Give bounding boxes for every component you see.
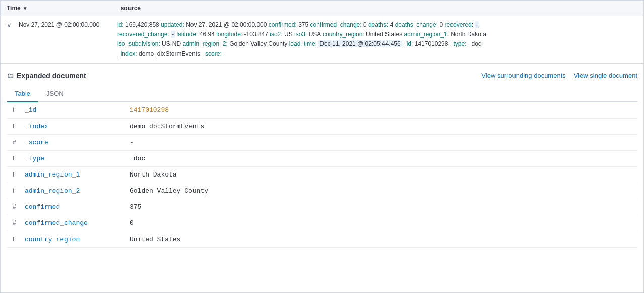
table-row: t_indexdemo_db:StormEvents [7, 118, 637, 134]
field-iso-subdivision-label: iso_subdivision: [117, 40, 162, 47]
table-row: tadmin_region_1North Dakota [7, 166, 637, 183]
field-type-cell: # [7, 199, 23, 215]
field-type-cell: t [7, 166, 23, 183]
field-_index-label: _index: [117, 50, 139, 57]
field-name-cell[interactable]: confirmed_change [23, 215, 123, 231]
folder-icon: 🗂 [7, 72, 14, 80]
data-row: ∨ Nov 27, 2021 @ 02:00:00.000 id: 169,42… [1, 16, 643, 64]
source-column-header: _source [117, 5, 637, 12]
expand-toggle[interactable]: ∨ [7, 20, 17, 29]
field-_type-label: _type: [450, 40, 468, 47]
field-iso3-label: iso3: [294, 31, 309, 38]
field-type-cell: t [7, 183, 23, 199]
expanded-title: 🗂 Expanded document [7, 72, 86, 80]
field-name-cell[interactable]: _type [23, 150, 123, 166]
field-confirmed-change-label: confirmed_change: [310, 21, 363, 28]
field-name-cell[interactable]: _id [23, 102, 123, 119]
field-name-cell[interactable]: _score [23, 134, 123, 150]
table-header: Time ▼ _source [1, 1, 643, 16]
table-row: t_id1417010298 [7, 102, 637, 119]
field-type-cell: # [7, 134, 23, 150]
field-type-cell: # [7, 215, 23, 231]
main-container: Time ▼ _source ∨ Nov 27, 2021 @ 02:00:00… [0, 0, 644, 293]
field-iso2-label: iso2: [270, 31, 284, 38]
field-_id-label: _id: [403, 40, 415, 47]
time-header-label: Time [7, 5, 21, 12]
field-longitude-label: longitude: [216, 31, 244, 38]
field-value-cell: United States [123, 231, 637, 247]
field-confirmed-label: confirmed: [269, 21, 298, 28]
table-row: tadmin_region_2Golden Valley County [7, 183, 637, 199]
field-deaths-change-label: deaths_change: [395, 21, 440, 28]
field-admin1-label: admin_region_1: [404, 31, 450, 38]
field-recovered-change-label: recovered_change: [117, 31, 171, 38]
table-row: tcountry_regionUnited States [7, 231, 637, 247]
field-deaths-label: deaths: [368, 21, 390, 28]
field-name-cell[interactable]: admin_region_1 [23, 166, 123, 183]
table-row: #confirmed375 [7, 199, 637, 215]
field-load-time-label: load_time: [289, 40, 319, 47]
field-_score-label: _score: [202, 50, 223, 57]
field-id-label: id: [117, 21, 125, 28]
field-value-cell: 1417010298 [123, 102, 637, 119]
field-updated-label: updated: [161, 21, 186, 28]
expanded-links: View surrounding documents View single d… [481, 72, 637, 79]
field-value-cell: _doc [123, 150, 637, 166]
field-type-cell: t [7, 231, 23, 247]
table-row: #confirmed_change0 [7, 215, 637, 231]
table-row: #_score- [7, 134, 637, 150]
field-name-cell[interactable]: _index [23, 118, 123, 134]
field-value-cell: Golden Valley County [123, 183, 637, 199]
source-cell: id: 169,420,858 updated: Nov 27, 2021 @ … [117, 20, 637, 59]
field-type-cell: t [7, 150, 23, 166]
expanded-header: 🗂 Expanded document View surrounding doc… [7, 72, 637, 80]
field-name-cell[interactable]: confirmed [23, 199, 123, 215]
field-value-cell: North Dakota [123, 166, 637, 183]
field-value-cell: demo_db:StormEvents [123, 118, 637, 134]
expanded-section: 🗂 Expanded document View surrounding doc… [1, 64, 643, 248]
field-name-cell[interactable]: country_region [23, 231, 123, 247]
tab-table[interactable]: Table [7, 86, 38, 102]
field-name-cell[interactable]: admin_region_2 [23, 183, 123, 199]
field-value-cell: 0 [123, 215, 637, 231]
field-type-cell: t [7, 102, 23, 119]
expanded-title-label: Expanded document [17, 72, 86, 80]
field-admin2-label: admin_region_2: [182, 40, 229, 47]
table-row: t_type_doc [7, 150, 637, 166]
time-column-header[interactable]: Time ▼ [7, 5, 117, 12]
field-value-cell: - [123, 134, 637, 150]
field-country-region-label: country_region: [323, 31, 366, 38]
timestamp-cell: Nov 27, 2021 @ 02:00:00.000 [19, 20, 117, 28]
tab-json[interactable]: JSON [38, 86, 72, 102]
view-surrounding-link[interactable]: View surrounding documents [481, 72, 565, 79]
field-table: t_id1417010298t_indexdemo_db:StormEvents… [7, 102, 637, 248]
tabs-container: Table JSON [7, 86, 637, 102]
field-value-cell: 375 [123, 199, 637, 215]
view-single-link[interactable]: View single document [574, 72, 637, 79]
field-recovered-label: recovered: [444, 21, 475, 28]
field-latitude-label: latitude: [176, 31, 199, 38]
field-type-cell: t [7, 118, 23, 134]
sort-icon: ▼ [23, 6, 28, 11]
